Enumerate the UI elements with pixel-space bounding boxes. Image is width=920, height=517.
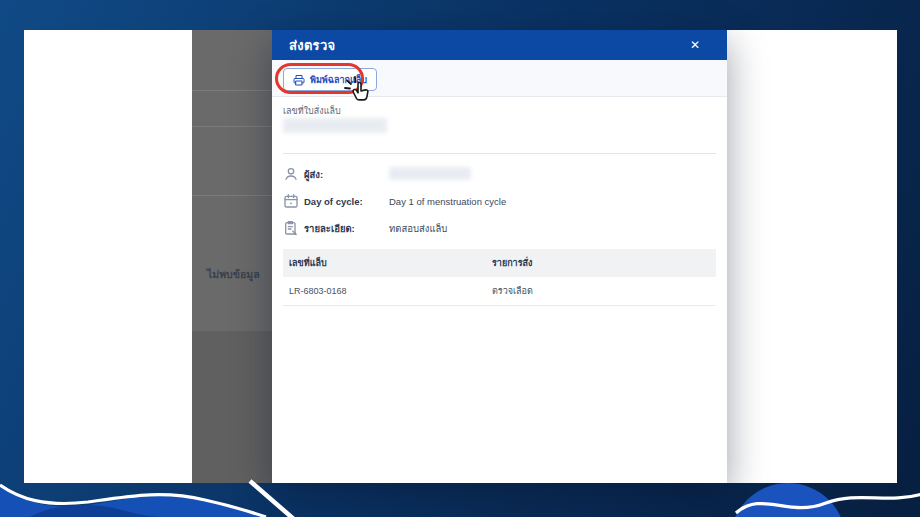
sender-label: ผู้ส่ง: — [304, 167, 373, 182]
col-header-order-item: รายการสั่ง — [492, 256, 532, 270]
person-icon — [283, 166, 299, 182]
info-row-sender: ผู้ส่ง: — [283, 164, 716, 184]
day-of-cycle-label: Day of cycle: — [304, 196, 373, 207]
print-lab-label-button[interactable]: พิมพ์ฉลากแล็บ — [283, 68, 377, 91]
print-button-label: พิมพ์ฉลากแล็บ — [310, 73, 367, 87]
section-divider — [283, 153, 716, 154]
printer-icon — [293, 74, 305, 86]
order-number-value-redacted — [283, 118, 387, 133]
table-row: LR-6803-0168 ตรวจเลือด — [283, 277, 716, 306]
bottom-wave-decoration — [0, 477, 920, 517]
day-of-cycle-value: Day 1 of menstruation cycle — [389, 196, 506, 207]
backdrop-row-divider — [192, 195, 272, 196]
lab-order-table: เลขที่แล็บ รายการสั่ง LR-6803-0168 ตรวจเ… — [283, 249, 716, 306]
calendar-icon — [283, 193, 299, 209]
cell-order-item: ตรวจเลือด — [492, 284, 533, 298]
col-header-lab-no: เลขที่แล็บ — [289, 256, 492, 270]
table-header-row: เลขที่แล็บ รายการสั่ง — [283, 249, 716, 277]
dimmed-backdrop-table: ไม่พบข้อมูล — [192, 30, 272, 483]
modal-header: ส่งตรวจ ✕ — [272, 30, 727, 60]
details-label: รายละเอียด: — [304, 221, 373, 236]
blue-circle-decoration — [730, 483, 846, 517]
sender-value-redacted — [389, 167, 471, 180]
order-number-label: เลขที่ใบสั่งแล็บ — [283, 104, 341, 118]
backdrop-table-footer — [192, 331, 272, 483]
details-value: ทดสอบส่งแล็บ — [389, 221, 447, 236]
clipboard-icon — [283, 220, 299, 236]
backdrop-row-divider — [192, 90, 272, 91]
backdrop-row-divider — [192, 126, 272, 127]
modal-title: ส่งตรวจ — [289, 35, 335, 56]
cell-lab-no: LR-6803-0168 — [289, 286, 492, 296]
info-row-details: รายละเอียด: ทดสอบส่งแล็บ — [283, 218, 716, 238]
info-row-day-of-cycle: Day of cycle: Day 1 of menstruation cycl… — [283, 191, 716, 211]
modal-toolbar: พิมพ์ฉลากแล็บ — [272, 60, 727, 97]
send-exam-modal: ส่งตรวจ ✕ พิมพ์ฉลากแล็บ เลขที่ใบสั่ — [272, 30, 727, 483]
close-icon[interactable]: ✕ — [690, 39, 700, 51]
no-data-text: ไม่พบข้อมูล — [207, 266, 260, 283]
